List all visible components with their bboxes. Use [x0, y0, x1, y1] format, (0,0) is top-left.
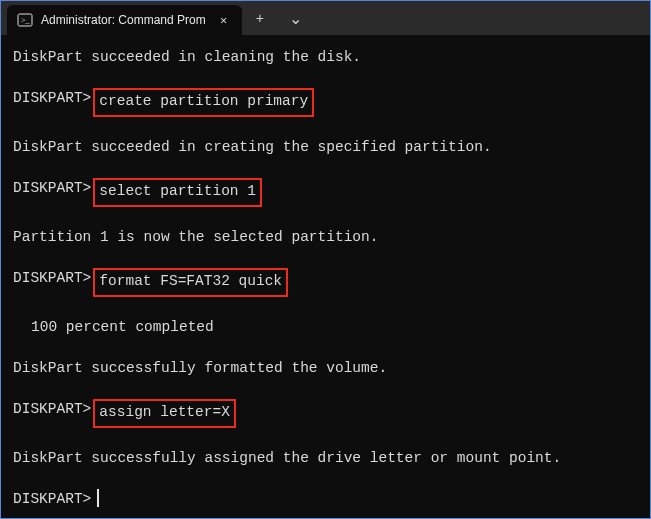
prompt-line: DISKPART> create partition primary: [13, 88, 638, 117]
prompt: DISKPART>: [13, 399, 91, 420]
output-line: DiskPart successfully formatted the volu…: [13, 358, 638, 379]
prompt-line: DISKPART> format FS=FAT32 quick: [13, 268, 638, 297]
prompt: DISKPART>: [13, 178, 91, 199]
cmd-icon: >_: [17, 12, 33, 28]
prompt: DISKPART>: [13, 489, 91, 510]
terminal-output[interactable]: DiskPart succeeded in cleaning the disk.…: [1, 35, 650, 519]
prompt-line: DISKPART> select partition 1: [13, 178, 638, 207]
output-line: 100 percent completed: [13, 317, 638, 338]
new-tab-button[interactable]: +: [242, 3, 278, 33]
titlebar: >_ Administrator: Command Prom ✕ + ⌄: [1, 1, 650, 35]
prompt-line: DISKPART> assign letter=X: [13, 399, 638, 428]
output-line: DiskPart succeeded in cleaning the disk.: [13, 47, 638, 68]
prompt: DISKPART>: [13, 268, 91, 289]
highlight-command: assign letter=X: [93, 399, 236, 428]
text-cursor: [97, 489, 99, 507]
output-line: Partition 1 is now the selected partitio…: [13, 227, 638, 248]
highlight-command: format FS=FAT32 quick: [93, 268, 288, 297]
tab-menu-button[interactable]: ⌄: [278, 3, 314, 33]
prompt-line-active: DISKPART>: [13, 489, 638, 510]
active-tab[interactable]: >_ Administrator: Command Prom ✕: [7, 5, 242, 35]
prompt: DISKPART>: [13, 88, 91, 109]
svg-text:>_: >_: [21, 16, 31, 25]
output-line: DiskPart successfully assigned the drive…: [13, 448, 638, 469]
highlight-command: select partition 1: [93, 178, 262, 207]
tab-title: Administrator: Command Prom: [41, 13, 206, 27]
close-icon[interactable]: ✕: [214, 10, 234, 30]
highlight-command: create partition primary: [93, 88, 314, 117]
output-line: DiskPart succeeded in creating the speci…: [13, 137, 638, 158]
